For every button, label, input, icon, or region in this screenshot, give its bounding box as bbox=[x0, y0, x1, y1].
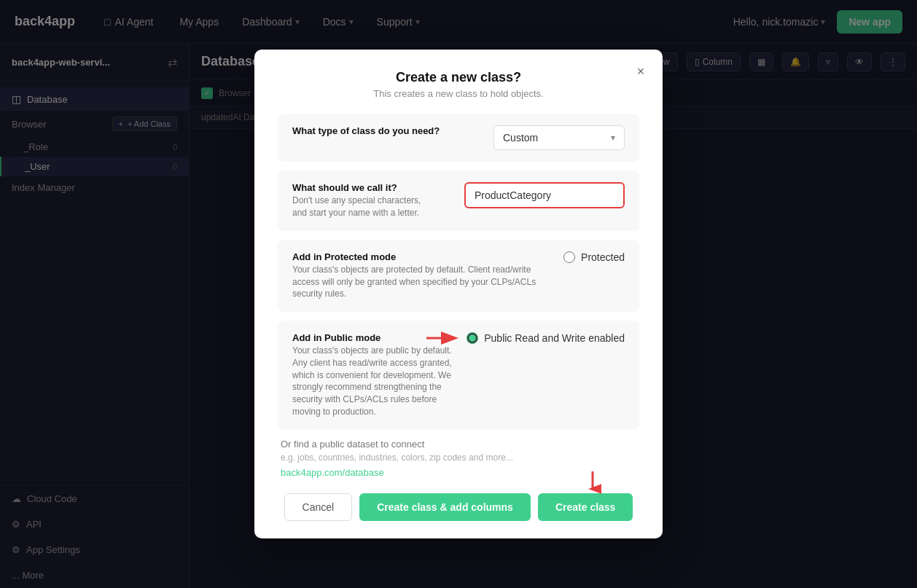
name-section: What should we call it? Don't use any sp… bbox=[278, 170, 639, 231]
modal-actions-wrapper: Cancel Create class & add columns Create… bbox=[278, 493, 639, 521]
type-label-col: What type of class do you need? bbox=[292, 125, 482, 138]
close-icon: × bbox=[637, 64, 645, 79]
public-input-col: Public Read and Write enabled bbox=[467, 332, 625, 344]
public-desc: Your class's objects are public by defau… bbox=[292, 345, 455, 418]
class-type-value: Custom bbox=[503, 132, 538, 144]
protected-radio[interactable] bbox=[563, 251, 575, 263]
footer-example: e.g. jobs, countries, industries, colors… bbox=[281, 452, 636, 463]
footer-link[interactable]: back4app.com/database bbox=[281, 467, 384, 478]
class-type-select[interactable]: Custom ▾ bbox=[493, 125, 625, 150]
protected-radio-label: Protected bbox=[581, 251, 625, 263]
modal-overlay[interactable]: × Create a new class? This creates a new… bbox=[0, 0, 917, 588]
type-dropdown-chevron-icon: ▾ bbox=[611, 133, 615, 143]
cancel-button[interactable]: Cancel bbox=[284, 493, 353, 521]
modal-actions: Cancel Create class & add columns Create… bbox=[278, 493, 639, 521]
create-class-button[interactable]: Create class bbox=[538, 493, 633, 521]
type-section: What type of class do you need? Custom ▾ bbox=[278, 114, 639, 162]
create-class-add-columns-button[interactable]: Create class & add columns bbox=[359, 493, 531, 521]
create-class-modal: × Create a new class? This creates a new… bbox=[254, 50, 663, 538]
protected-row: Add in Protected mode Your class's objec… bbox=[292, 251, 625, 300]
public-section: Add in Public mode Your class's objects … bbox=[278, 321, 639, 430]
name-label-col: What should we call it? Don't use any sp… bbox=[292, 182, 453, 219]
public-row: Add in Public mode Your class's objects … bbox=[292, 332, 625, 418]
modal-title: Create a new class? bbox=[278, 70, 639, 85]
type-input-col: Custom ▾ bbox=[493, 125, 625, 150]
name-question: What should we call it? bbox=[292, 182, 453, 193]
protected-label: Add in Protected mode bbox=[292, 251, 552, 262]
name-row: What should we call it? Don't use any sp… bbox=[292, 182, 625, 219]
protected-section: Add in Protected mode Your class's objec… bbox=[278, 240, 639, 312]
arrow-indicator-1 bbox=[426, 329, 461, 347]
modal-subtitle: This creates a new class to hold objects… bbox=[278, 88, 639, 99]
protected-label-col: Add in Protected mode Your class's objec… bbox=[292, 251, 552, 300]
protected-radio-row: Protected bbox=[563, 251, 625, 263]
type-row: What type of class do you need? Custom ▾ bbox=[292, 125, 625, 150]
public-radio-label: Public Read and Write enabled bbox=[484, 332, 625, 344]
footer-text: Or find a public dataset to connect bbox=[281, 439, 636, 450]
protected-desc: Your class's objects are protected by de… bbox=[292, 264, 552, 300]
name-desc: Don't use any special characters, and st… bbox=[292, 195, 453, 219]
arrow-indicator-2 bbox=[584, 471, 601, 495]
public-radio[interactable] bbox=[467, 332, 478, 344]
name-input-col bbox=[464, 182, 625, 208]
type-question: What type of class do you need? bbox=[292, 125, 482, 136]
protected-input-col: Protected bbox=[563, 251, 625, 263]
class-name-input[interactable] bbox=[464, 182, 625, 208]
public-radio-row: Public Read and Write enabled bbox=[467, 332, 625, 344]
modal-close-button[interactable]: × bbox=[631, 61, 651, 82]
